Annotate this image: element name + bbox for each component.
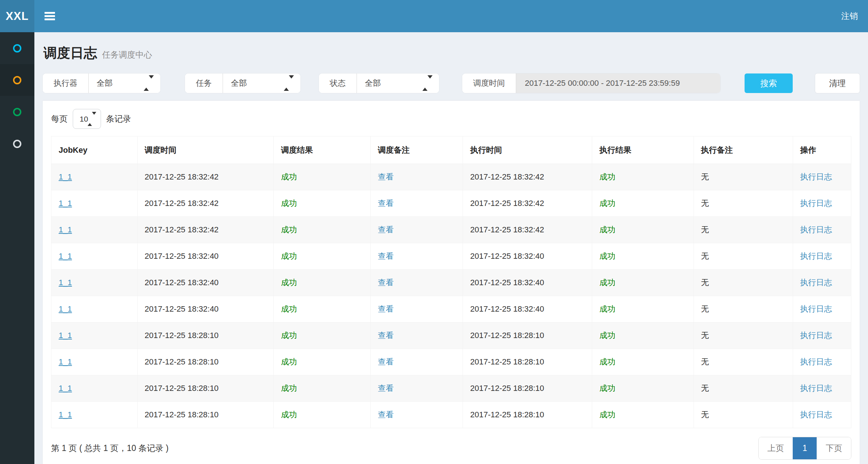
trigger-result-cell: 成功 — [274, 349, 370, 375]
handle-result-cell: 成功 — [592, 190, 694, 217]
trigger-msg-link[interactable]: 查看 — [378, 384, 394, 393]
exec-log-link[interactable]: 执行日志 — [800, 384, 832, 393]
pagination-summary: 第 1 页 ( 总共 1 页，10 条记录 ) — [51, 443, 169, 454]
exec-log-link[interactable]: 执行日志 — [800, 278, 832, 287]
exec-log-link[interactable]: 执行日志 — [800, 331, 832, 340]
exec-log-link[interactable]: 执行日志 — [800, 304, 832, 313]
trigger-time-filter-group: 调度时间 2017-12-25 00:00:00 - 2017-12-25 23… — [462, 73, 720, 93]
trigger-msg-link[interactable]: 查看 — [378, 252, 394, 261]
clean-button[interactable]: 清理 — [815, 73, 860, 93]
handle-result-cell: 成功 — [592, 375, 694, 402]
exec-log-link[interactable]: 执行日志 — [800, 410, 832, 419]
sidebar-item-joblog[interactable] — [0, 64, 34, 96]
trigger-msg-link[interactable]: 查看 — [378, 410, 394, 419]
sidebar-item-report[interactable] — [0, 32, 34, 64]
column-header-2: 调度结果 — [274, 136, 370, 164]
trigger-msg-link[interactable]: 查看 — [378, 278, 394, 287]
table-row: 1_12017-12-25 18:28:10成功查看2017-12-25 18:… — [51, 375, 851, 402]
page-title: 调度日志 — [43, 46, 97, 60]
handle-msg-cell: 无 — [694, 164, 793, 190]
handle-result-cell: 成功 — [592, 164, 694, 190]
trigger-time-cell: 2017-12-25 18:32:40 — [137, 243, 274, 270]
column-header-6: 执行备注 — [694, 136, 793, 164]
top-navbar: XXL 注销 — [0, 0, 868, 32]
handle-msg-cell: 无 — [694, 322, 793, 349]
main-content: 调度日志任务调度中心 执行器 全部 任务 全部 状态 全部 — [34, 32, 868, 464]
page-size-select[interactable]: 10 — [73, 109, 101, 129]
circle-o-icon — [13, 108, 21, 116]
jobkey-link[interactable]: 1_1 — [59, 384, 72, 393]
exec-log-link[interactable]: 执行日志 — [800, 172, 832, 181]
job-filter-select[interactable]: 全部 — [223, 73, 300, 93]
trigger-time-cell: 2017-12-25 18:32:42 — [137, 164, 274, 190]
app-logo[interactable]: XXL — [0, 0, 34, 32]
page-size-control: 每页 10 条记录 — [51, 109, 851, 129]
jobkey-link[interactable]: 1_1 — [59, 304, 72, 313]
trigger-msg-link[interactable]: 查看 — [378, 331, 394, 340]
table-row: 1_12017-12-25 18:32:42成功查看2017-12-25 18:… — [51, 164, 851, 190]
exec-log-link[interactable]: 执行日志 — [800, 199, 832, 208]
page-size-prefix-label: 每页 — [51, 113, 68, 125]
column-header-3: 调度备注 — [370, 136, 463, 164]
trigger-msg-link[interactable]: 查看 — [378, 357, 394, 366]
handle-result-cell: 成功 — [592, 243, 694, 270]
handle-msg-cell: 无 — [694, 296, 793, 322]
executor-filter-select[interactable]: 全部 — [89, 73, 160, 93]
page-subtitle: 任务调度中心 — [102, 50, 152, 59]
navbar-spacer — [64, 0, 831, 32]
handle-result-cell: 成功 — [592, 322, 694, 349]
table-row: 1_12017-12-25 18:28:10成功查看2017-12-25 18:… — [51, 402, 851, 428]
logout-link[interactable]: 注销 — [831, 0, 868, 32]
sidebar-item-jobinfo[interactable] — [0, 96, 34, 128]
handle-msg-cell: 无 — [694, 402, 793, 428]
circle-o-icon — [13, 140, 21, 148]
sidebar-item-executor[interactable] — [0, 128, 34, 160]
jobkey-link[interactable]: 1_1 — [59, 331, 72, 340]
trigger-result-cell: 成功 — [274, 243, 370, 270]
trigger-time-cell: 2017-12-25 18:32:40 — [137, 296, 274, 322]
handle-time-cell: 2017-12-25 18:28:10 — [463, 322, 592, 349]
handle-result-cell: 成功 — [592, 217, 694, 243]
exec-log-link[interactable]: 执行日志 — [800, 357, 832, 366]
next-page-button[interactable]: 下页 — [817, 437, 851, 459]
pagination-control: 上页 1 下页 — [758, 437, 851, 460]
circle-o-icon — [13, 44, 21, 52]
trigger-msg-link[interactable]: 查看 — [378, 172, 394, 181]
table-row: 1_12017-12-25 18:32:42成功查看2017-12-25 18:… — [51, 190, 851, 217]
handle-msg-cell: 无 — [694, 349, 793, 375]
trigger-time-cell: 2017-12-25 18:28:10 — [137, 349, 274, 375]
jobkey-link[interactable]: 1_1 — [59, 199, 72, 208]
executor-filter-group: 执行器 全部 — [43, 73, 160, 93]
exec-log-link[interactable]: 执行日志 — [800, 225, 832, 234]
table-row: 1_12017-12-25 18:32:40成功查看2017-12-25 18:… — [51, 243, 851, 270]
trigger-time-filter-label: 调度时间 — [462, 73, 516, 93]
prev-page-button[interactable]: 上页 — [759, 437, 793, 459]
trigger-msg-link[interactable]: 查看 — [378, 225, 394, 234]
jobkey-link[interactable]: 1_1 — [59, 225, 72, 234]
trigger-result-cell: 成功 — [274, 322, 370, 349]
status-filter-group: 状态 全部 — [319, 73, 439, 93]
current-page-button[interactable]: 1 — [793, 437, 817, 459]
jobkey-link[interactable]: 1_1 — [59, 278, 72, 287]
jobkey-link[interactable]: 1_1 — [59, 357, 72, 366]
trigger-result-cell: 成功 — [274, 296, 370, 322]
select-arrows-icon — [88, 115, 96, 123]
table-row: 1_12017-12-25 18:32:42成功查看2017-12-25 18:… — [51, 217, 851, 243]
exec-log-link[interactable]: 执行日志 — [800, 252, 832, 261]
trigger-result-cell: 成功 — [274, 164, 370, 190]
trigger-time-cell: 2017-12-25 18:28:10 — [137, 402, 274, 428]
handle-msg-cell: 无 — [694, 190, 793, 217]
search-button[interactable]: 搜索 — [745, 73, 793, 93]
jobkey-link[interactable]: 1_1 — [59, 172, 72, 181]
table-row: 1_12017-12-25 18:32:40成功查看2017-12-25 18:… — [51, 296, 851, 322]
sidebar-toggle-button[interactable] — [34, 0, 64, 32]
trigger-msg-link[interactable]: 查看 — [378, 304, 394, 313]
trigger-msg-link[interactable]: 查看 — [378, 199, 394, 208]
trigger-time-range-input[interactable]: 2017-12-25 00:00:00 - 2017-12-25 23:59:5… — [516, 73, 720, 93]
handle-result-cell: 成功 — [592, 270, 694, 296]
status-filter-select[interactable]: 全部 — [357, 73, 439, 93]
jobkey-link[interactable]: 1_1 — [59, 252, 72, 261]
column-header-0: JobKey — [51, 136, 138, 164]
jobkey-link[interactable]: 1_1 — [59, 410, 72, 419]
column-header-4: 执行时间 — [463, 136, 592, 164]
